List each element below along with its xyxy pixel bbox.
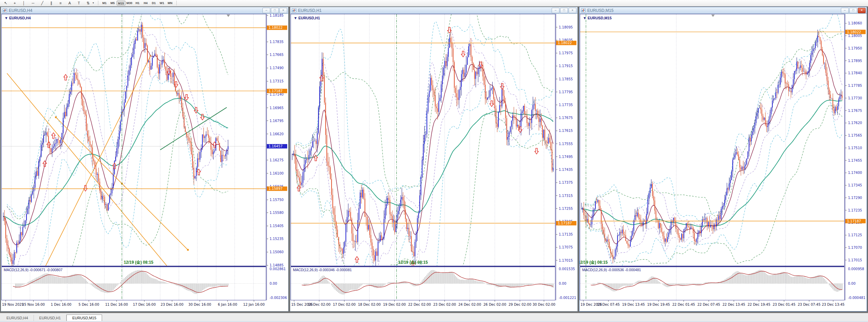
timeframe-m30-button[interactable]: M30 bbox=[125, 1, 134, 5]
svg-text:22 Dec 07:45: 22 Dec 07:45 bbox=[697, 303, 720, 306]
svg-text:1.17495: 1.17495 bbox=[559, 155, 573, 159]
svg-text:1.17015: 1.17015 bbox=[848, 258, 862, 262]
svg-text:1.17187: 1.17187 bbox=[558, 221, 572, 225]
fibonacci-retracement-icon[interactable]: ≡ bbox=[56, 0, 65, 6]
svg-text:1.17510: 1.17510 bbox=[848, 146, 862, 150]
timeframe-m1-button[interactable]: M1 bbox=[100, 1, 108, 5]
svg-text:1.17565: 1.17565 bbox=[848, 134, 862, 137]
vertical-line-icon[interactable]: │ bbox=[19, 0, 28, 6]
svg-text:1.17855: 1.17855 bbox=[559, 77, 573, 81]
svg-text:1.17435: 1.17435 bbox=[559, 168, 573, 172]
minimize-button[interactable]: – bbox=[262, 8, 270, 13]
svg-text:16 Dec 02:00: 16 Dec 02:00 bbox=[308, 303, 331, 306]
timeframe-m15-button[interactable]: M15 bbox=[117, 1, 125, 5]
timeframe-w1-button[interactable]: W1 bbox=[158, 1, 166, 5]
svg-text:-0.002306: -0.002306 bbox=[270, 296, 287, 300]
svg-text:0.001535: 0.001535 bbox=[559, 267, 575, 271]
svg-text:1.17665: 1.17665 bbox=[270, 53, 283, 57]
toolbar-separator bbox=[98, 1, 98, 5]
trendline-icon[interactable]: ╱ bbox=[38, 0, 47, 6]
svg-text:12/19 (金) 08:15: 12/19 (金) 08:15 bbox=[579, 260, 608, 265]
svg-text:12/19 (金) 08:15: 12/19 (金) 08:15 bbox=[398, 260, 428, 265]
svg-text:30 Dec 16:00: 30 Dec 16:00 bbox=[189, 303, 211, 306]
svg-text:1.17290: 1.17290 bbox=[848, 196, 862, 200]
svg-text:1.17075: 1.17075 bbox=[559, 245, 573, 249]
svg-text:1.17675: 1.17675 bbox=[848, 109, 862, 113]
svg-text:MACD(12,26,9) -0.000346 -0.000: MACD(12,26,9) -0.000346 -0.000081 bbox=[293, 268, 352, 272]
chart-window-h4: EURUSD,H4 – □ × 12/19 (金) 08:15▼ EURUSD,… bbox=[1, 7, 289, 311]
svg-text:1.16965: 1.16965 bbox=[270, 106, 283, 110]
svg-text:1.15060: 1.15060 bbox=[270, 250, 283, 254]
tab-eurusd-h4[interactable]: EURUSD,H4 bbox=[1, 315, 34, 321]
text-label-icon[interactable]: T bbox=[74, 0, 83, 6]
tab-eurusd-m15[interactable]: EURUSD,M15 bbox=[66, 315, 102, 321]
window-title: EURUSD,H4 bbox=[9, 8, 262, 13]
svg-text:1.17555: 1.17555 bbox=[559, 142, 573, 146]
svg-text:1.18005: 1.18005 bbox=[848, 34, 862, 38]
svg-text:25 Nov 16:00: 25 Nov 16:00 bbox=[22, 303, 45, 306]
chart-window-icon bbox=[292, 8, 296, 12]
arrows-dropdown-icon[interactable]: ▾ bbox=[93, 0, 96, 6]
minimize-button[interactable]: – bbox=[552, 8, 559, 13]
svg-text:17 Dec 16:00: 17 Dec 16:00 bbox=[133, 303, 156, 306]
restore-button[interactable]: □ bbox=[560, 8, 568, 13]
svg-text:1.17490: 1.17490 bbox=[270, 66, 283, 70]
arrows-icon[interactable]: ⇅ bbox=[83, 0, 93, 6]
chart-canvas-h4[interactable]: 12/19 (金) 08:15▼ EURUSD,H41.181851.18010… bbox=[1, 14, 288, 310]
svg-text:1.17615: 1.17615 bbox=[559, 129, 573, 133]
chart-canvas-h1[interactable]: 12/19 (金) 08:15▼ EURUSD,H11.180951.18035… bbox=[290, 14, 577, 310]
timeframe-d1-button[interactable]: D1 bbox=[150, 1, 158, 5]
svg-text:1.17730: 1.17730 bbox=[848, 96, 862, 100]
restore-button[interactable]: □ bbox=[271, 8, 279, 13]
chart-window-h1: EURUSD,H1 – □ × 12/19 (金) 08:15▼ EURUSD,… bbox=[290, 7, 578, 311]
tab-eurusd-h1[interactable]: EURUSD,H1 bbox=[34, 315, 67, 321]
horizontal-line-icon[interactable]: ─ bbox=[28, 0, 38, 6]
restore-button[interactable]: □ bbox=[849, 8, 857, 13]
timeframe-m5-button[interactable]: M5 bbox=[108, 1, 117, 5]
timeframe-mn-button[interactable]: MN bbox=[166, 1, 174, 5]
svg-text:0.002861: 0.002861 bbox=[270, 267, 286, 271]
svg-text:1.17915: 1.17915 bbox=[559, 64, 573, 68]
svg-text:0.00: 0.00 bbox=[848, 282, 855, 285]
close-button[interactable]: × bbox=[569, 8, 576, 13]
svg-text:19 Dec 02:00: 19 Dec 02:00 bbox=[383, 303, 406, 306]
close-button[interactable]: × bbox=[279, 8, 287, 13]
svg-text:1.17835: 1.17835 bbox=[270, 40, 283, 44]
svg-text:1.17187: 1.17187 bbox=[269, 89, 282, 93]
toolbar: ↖+│─╱∥≡AT⇅▾ M1M5M15M30H1H4D1W1MN bbox=[0, 0, 868, 6]
svg-text:1.17315: 1.17315 bbox=[270, 79, 283, 83]
svg-text:22 Dec 01:45: 22 Dec 01:45 bbox=[672, 303, 695, 306]
svg-text:19 Dec 19:45: 19 Dec 19:45 bbox=[647, 303, 670, 306]
crosshair-icon[interactable]: + bbox=[10, 0, 19, 6]
svg-text:1.17375: 1.17375 bbox=[559, 181, 573, 184]
svg-text:1.17345: 1.17345 bbox=[848, 183, 862, 187]
svg-text:1.16620: 1.16620 bbox=[270, 132, 283, 136]
minimize-button[interactable]: – bbox=[841, 8, 849, 13]
svg-text:1.17620: 1.17620 bbox=[848, 121, 862, 125]
svg-text:1.18022: 1.18022 bbox=[847, 30, 861, 34]
close-button[interactable]: × bbox=[858, 8, 866, 13]
svg-text:1.17840: 1.17840 bbox=[848, 71, 862, 75]
svg-text:23 Dec 01:45: 23 Dec 01:45 bbox=[773, 303, 795, 306]
cursor-icon[interactable]: ↖ bbox=[1, 0, 10, 6]
timeframe-h4-button[interactable]: H4 bbox=[142, 1, 150, 5]
svg-text:30 Dec 02:00: 30 Dec 02:00 bbox=[533, 303, 555, 306]
svg-text:29 Dec 02:00: 29 Dec 02:00 bbox=[509, 303, 531, 306]
window-titlebar[interactable]: EURUSD,M15 – □ × bbox=[579, 7, 867, 14]
text-icon[interactable]: A bbox=[65, 0, 74, 6]
svg-text:1.16275: 1.16275 bbox=[270, 158, 283, 162]
svg-text:MACD(12,26,9) -0.000536 -0.000: MACD(12,26,9) -0.000536 -0.000481 bbox=[582, 268, 641, 272]
timeframe-h1-button[interactable]: H1 bbox=[134, 1, 142, 5]
window-titlebar[interactable]: EURUSD,H4 – □ × bbox=[1, 7, 288, 14]
svg-text:1.17235: 1.17235 bbox=[848, 208, 862, 212]
svg-text:1.16100: 1.16100 bbox=[270, 172, 283, 175]
svg-text:1.17255: 1.17255 bbox=[559, 207, 573, 210]
chart-canvas-m15[interactable]: 12/19 (金) 08:15▼ EURUSD,M151.180601.1800… bbox=[579, 14, 867, 310]
svg-text:6 Jan 16:00: 6 Jan 16:00 bbox=[218, 303, 237, 306]
window-titlebar[interactable]: EURUSD,H1 – □ × bbox=[290, 7, 577, 14]
svg-text:1.17675: 1.17675 bbox=[559, 116, 573, 120]
svg-text:1.17187: 1.17187 bbox=[847, 219, 861, 223]
svg-text:1.15235: 1.15235 bbox=[270, 237, 283, 241]
equidistant-channel-icon[interactable]: ∥ bbox=[47, 0, 56, 6]
svg-text:1.17975: 1.17975 bbox=[559, 51, 573, 55]
